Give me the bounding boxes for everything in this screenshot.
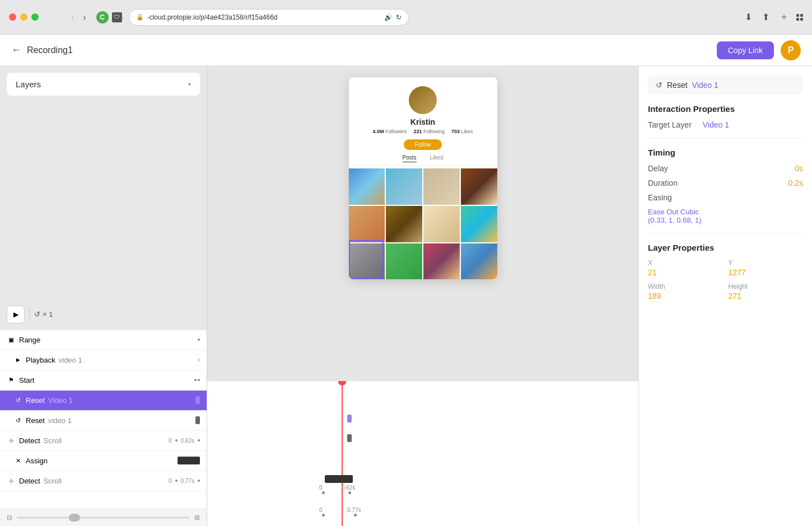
back-button[interactable]: ← [11,44,21,56]
timeline-rows: ▣ Range ▶ Playback video 1 › [0,330,207,509]
timeline-row-range[interactable]: ▣ Range [0,330,207,350]
app-header: ← Recording1 Copy Link P [0,35,812,66]
target-layer-row: Target Layer Video 1 [648,120,803,129]
layer-props-title: Layer Properties [648,243,803,252]
timeline-row-start[interactable]: ⚑ Start [0,370,207,391]
photo-cell-12 [461,243,497,280]
dot-marker-3 [322,514,325,516]
delay-label: Delay [648,164,668,173]
detect-sublabel: Scroll [44,436,62,445]
minimize-button[interactable] [20,13,27,21]
width-value: 189 [648,292,723,300]
duration-label: Duration [648,179,678,187]
traffic-lights [9,13,39,21]
reset-header[interactable]: ↺ Reset Video 1 [648,75,803,95]
range-icon: ▣ [7,335,16,344]
delay-value: 0s [795,164,803,173]
reload-icon[interactable]: ↻ [396,13,402,21]
maximize-button[interactable] [31,13,39,21]
coord-grid: X 21 Y 1277 Width 189 Height 271 [648,259,803,300]
grid-icon[interactable] [796,14,803,21]
y-coord: Y 1277 [729,259,804,277]
target-layer-label: Target Layer [648,120,692,129]
reset-inactive-sublabel: video 1 [48,416,72,425]
timeline-row-reset-active[interactable]: ↺ Reset Video 1 [0,391,207,411]
profile-tabs: Posts Liked [349,154,497,166]
photo-cell-5 [349,206,385,242]
delay-row: Delay 0s [648,164,803,173]
range-label: Range [19,336,40,344]
reset-inactive-bar [195,416,200,424]
reset-inactive-label: Reset [26,416,45,425]
download-icon[interactable]: ⬇ [743,10,754,25]
divider [29,308,30,321]
browser-actions: ⬇ ⬆ ＋ [743,9,803,25]
followers-stat: 4.0M Followers [372,129,407,134]
repeat-icon: ↺ [34,310,40,318]
left-panel: Layers ▾ ▶ ↺ × 1 ▣ Range [0,66,207,526]
timeline-row-detect2[interactable]: ⊹ Detect Scroll 0 0.77s [0,471,207,491]
detect2-icon: ⊹ [7,476,16,485]
height-value: 271 [729,292,804,300]
recording-title: Recording1 [27,45,73,55]
assign-bar [178,457,200,464]
easing-value-line2: (0.33, 1, 0.68, 1) [648,216,803,224]
posts-tab[interactable]: Posts [403,154,417,162]
forward-nav[interactable]: › [80,10,89,25]
dot-marker-1 [322,491,325,494]
start-dots [194,379,200,381]
url-bar[interactable]: 🔒 -cloud.protopie.io/p/4ae423a158/r/f15a… [129,9,409,26]
scroll-area: ⊟ ⊞ [0,509,207,526]
width-coord: Width 189 [648,283,723,300]
photo-cell-3 [423,168,460,205]
timeline-row-reset-inactive[interactable]: ↺ Reset video 1 [0,411,207,431]
timeline-row-assign[interactable]: ✕ Assign [0,451,207,471]
height-label: Height [729,283,804,290]
layers-title: Layers [16,79,41,89]
scroll-spacer [648,300,803,468]
nav-arrows: ‹ › [68,10,90,25]
likes-stat: 703 Likes [451,129,473,134]
url-text: -cloud.protopie.io/p/4ae423a158/r/f15a46… [147,13,381,21]
playhead-dot [338,381,346,386]
center-panel: Kristin 4.0M Followers 231 Following 703… [207,66,638,526]
repeat-indicator: ↺ × 1 [34,310,53,318]
close-button[interactable] [9,13,16,21]
reset-active-label: Reset [26,396,45,405]
photo-cell-2 [386,168,422,205]
scroll-thumb[interactable] [69,514,80,522]
time-marker-0b: 0 [319,507,323,513]
duration-row: Duration 0.2s [648,179,803,187]
time-marker-062: 0.62s [342,485,355,491]
photo-cell-11 [423,243,460,280]
copy-link-button[interactable]: Copy Link [717,41,774,59]
zoom-in-icon[interactable]: ⊞ [194,514,200,522]
follow-button[interactable]: Follow [404,139,442,150]
timing-title: Timing [648,148,803,157]
reset-active-sublabel: Video 1 [48,396,73,405]
sidebar-toggle[interactable] [45,12,61,23]
lock-icon: 🔒 [136,13,144,21]
zoom-out-icon[interactable]: ⊟ [7,514,12,522]
playback-icon: ▶ [13,355,22,364]
phone-mockup: Kristin 4.0M Followers 231 Following 703… [349,77,497,279]
time-marker-0: 0 [319,485,323,491]
detect2-markers: 0 0.77s [169,478,200,484]
back-nav[interactable]: ‹ [68,10,77,25]
timeline-long-bar [325,475,353,483]
timeline-row-detect[interactable]: ⊹ Detect Scroll 0 0.62s [0,431,207,451]
main-layout: Layers ▾ ▶ ↺ × 1 ▣ Range [0,66,812,526]
play-button[interactable]: ▶ [7,306,25,323]
timeline-row-playback[interactable]: ▶ Playback video 1 › [0,350,207,370]
layers-header[interactable]: Layers ▾ [7,73,200,96]
interaction-title: Interaction Properties [648,104,803,114]
timeline-purple-bar [347,415,352,422]
share-icon[interactable]: ⬆ [760,10,772,25]
favicon-icon: C [96,11,109,24]
add-tab-icon[interactable]: ＋ [777,9,791,25]
divider-2 [648,233,803,234]
avatar: P [781,40,801,60]
profile-avatar [409,86,437,114]
scroll-track[interactable] [17,516,190,519]
liked-tab[interactable]: Liked [430,154,444,162]
